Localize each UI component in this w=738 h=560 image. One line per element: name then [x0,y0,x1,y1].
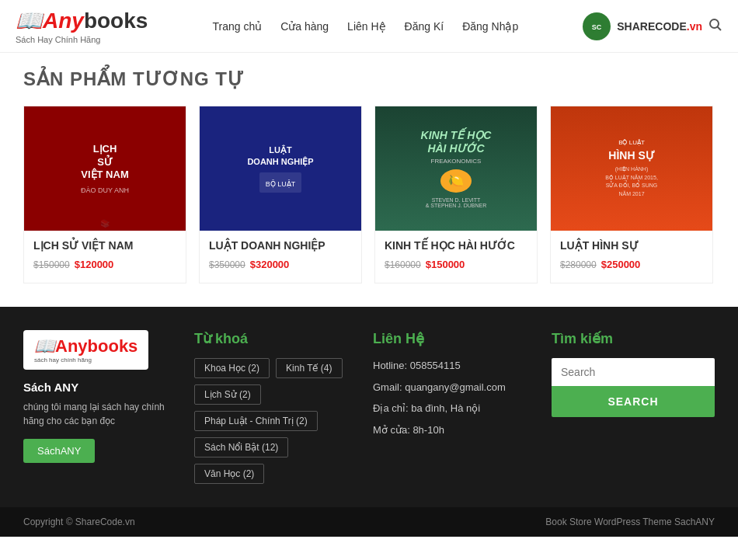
contact-gmail: Gmail: quangany@gmail.com [373,380,536,395]
footer-logo-text: 📖Anybooks [34,336,138,357]
footer: 📖Anybooks sách hay chính hãng Sách ANY c… [0,307,738,507]
book-cover: KINH TẾ HỌCHÀI HƯỚC FREAKONOMICS 🍋 STEVE… [375,106,537,231]
logo[interactable]: 📖Anybooks [16,8,148,33]
contact-hours: Mở cửa: 8h-10h [373,423,536,438]
price-new: $320000 [250,259,290,270]
keyword-tag[interactable]: Khoa Học (2) [194,358,270,378]
products-section: Giảm giá! LỊCHSỬVIỆT NAM ĐÀO DUY ANH 📚 L… [0,98,738,307]
keyword-tag[interactable]: Sách Nổi Bật (12) [194,437,288,457]
product-info: KINH TẾ HỌC HÀI HƯỚC $160000 $150000 [375,231,537,270]
svg-point-2 [710,19,719,28]
svg-text:SC: SC [592,23,602,31]
svg-line-3 [717,26,721,30]
product-name: LUẬT HÌNH SỰ [560,238,703,252]
theme-credit: Book Store WordPress Theme SachANY [545,517,715,527]
footer-logo-box: 📖Anybooks sách hay chính hãng [23,330,148,370]
contact-hotline: Hotline: 058554115 [373,358,536,374]
search-icon-header[interactable] [708,18,722,35]
footer-col-logo: 📖Anybooks sách hay chính hãng Sách ANY c… [23,330,179,484]
footer-col-keywords: Từ khoá Khoa Học (2) Kinh Tế (4) Lịch Sử… [194,330,357,484]
keyword-tag[interactable]: Văn Học (2) [194,464,264,484]
price-new: $250000 [601,259,641,270]
nav-dang-nhap[interactable]: Đăng Nhập [462,20,518,33]
price-old: $350000 [209,259,245,270]
footer-brand-name: Sách ANY [23,381,179,394]
product-card[interactable]: Giảm giá! KINH TẾ HỌCHÀI HƯỚC FREAKONOMI… [374,106,538,283]
contact-address: Địa chỉ: ba đình, Hà nội [373,401,536,416]
product-info: LUẬT DOANH NGHIỆP $350000 $320000 [200,231,361,270]
nav-cua-hang[interactable]: Cửa hàng [280,20,329,33]
main-nav: Trang chủ Cửa hàng Liên Hệ Đăng Kí Đăng … [212,20,518,33]
footer-col-search: Tìm kiếm SEARCH [552,330,715,484]
footer-col-contact: Liên Hệ Hotline: 058554115 Gmail: quanga… [373,330,536,484]
sachany-button[interactable]: SáchANY [23,439,95,463]
price-area: $280000 $250000 [560,259,703,270]
book-cover: LUẬTDOANH NGHIỆP BỘ LUẬT [200,106,361,231]
footer-bottom: Copyright © ShareCode.vn Book Store Word… [0,507,738,537]
footer-grid: 📖Anybooks sách hay chính hãng Sách ANY c… [23,330,715,484]
sharecode-icon: SC [583,12,611,40]
copyright: Copyright © ShareCode.vn [23,517,135,527]
products-grid: Giảm giá! LỊCHSỬVIỆT NAM ĐÀO DUY ANH 📚 L… [23,106,715,283]
keywords-grid: Khoa Học (2) Kinh Tế (4) Lịch Sử (2) Phá… [194,358,357,484]
price-area: $160000 $150000 [385,259,527,270]
section-title: SẢN PHẨM TƯƠNG TỰ [0,53,738,98]
price-new: $120000 [75,259,114,270]
product-card[interactable]: Giảm giá! BỘ LUẬT HÌNH SỰ (HIỆN HÀNH)BỘ … [550,106,713,283]
nav-trang-chu[interactable]: Trang chủ [212,20,262,33]
product-card[interactable]: Giảm giá! LUẬTDOANH NGHIỆP BỘ LUẬT LUẬT … [199,106,362,283]
product-info: LỊCH SỬ VIỆT NAM $150000 $120000 [24,231,186,270]
price-old: $280000 [560,259,597,270]
product-name: KINH TẾ HỌC HÀI HƯỚC [385,238,527,252]
keyword-tag[interactable]: Pháp Luật - Chính Trị (2) [194,411,318,431]
nav-dang-ki[interactable]: Đăng Kí [405,20,444,33]
search-input[interactable] [552,358,715,386]
keyword-tag[interactable]: Kinh Tế (4) [276,358,342,378]
header: 📖Anybooks Sách Hay Chính Hãng Trang chủ … [0,0,738,53]
price-area: $350000 $320000 [209,259,352,270]
search-title: Tìm kiếm [552,330,715,347]
price-new: $150000 [426,259,465,270]
search-wrap: SEARCH [552,358,715,417]
search-button[interactable]: SEARCH [552,386,715,417]
logo-area: 📖Anybooks Sách Hay Chính Hãng [16,8,148,44]
book-cover: LỊCHSỬVIỆT NAM ĐÀO DUY ANH 📚 [24,106,186,231]
footer-brand-desc: chúng tôi mang lại sách hay chính hãng c… [23,400,179,428]
footer-logo-sub: sách hay chính hãng [34,357,138,363]
product-info: LUẬT HÌNH SỰ $280000 $250000 [551,231,712,270]
header-right: SC SHARECODE.vn [583,12,722,40]
product-name: LUẬT DOANH NGHIỆP [209,238,352,252]
price-old: $160000 [385,259,421,270]
price-area: $150000 $120000 [33,259,176,270]
contact-title: Liên Hệ [373,330,536,347]
keyword-tag[interactable]: Lịch Sử (2) [194,384,261,405]
sharecode-brand: SHARECODE.vn [617,20,702,33]
product-name: LỊCH SỬ VIỆT NAM [33,238,176,252]
price-old: $150000 [33,259,70,270]
book-cover: BỘ LUẬT HÌNH SỰ (HIỆN HÀNH)BỘ LUẬT NĂM 2… [551,106,712,231]
keywords-title: Từ khoá [194,330,357,347]
nav-lien-he[interactable]: Liên Hệ [347,20,385,33]
logo-tagline: Sách Hay Chính Hãng [16,35,148,44]
product-card[interactable]: Giảm giá! LỊCHSỬVIỆT NAM ĐÀO DUY ANH 📚 L… [23,106,186,283]
